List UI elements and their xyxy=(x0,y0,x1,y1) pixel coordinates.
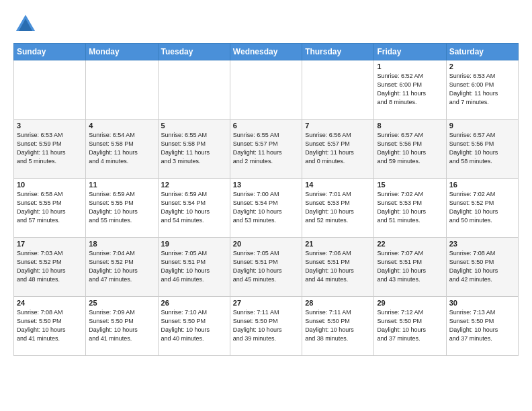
logo xyxy=(13,12,40,36)
day-info: Sunrise: 7:08 AM Sunset: 5:50 PM Dayligh… xyxy=(17,308,83,343)
logo-icon xyxy=(13,12,38,36)
header-day-friday: Friday xyxy=(374,44,446,60)
header-row: SundayMondayTuesdayWednesdayThursdayFrid… xyxy=(14,44,519,60)
day-number: 7 xyxy=(305,122,371,130)
day-info: Sunrise: 7:10 AM Sunset: 5:50 PM Dayligh… xyxy=(161,308,227,343)
calendar-cell: 16Sunrise: 7:02 AM Sunset: 5:52 PM Dayli… xyxy=(446,179,518,238)
day-info: Sunrise: 6:59 AM Sunset: 5:54 PM Dayligh… xyxy=(161,190,227,225)
day-number: 26 xyxy=(161,299,227,307)
day-number: 3 xyxy=(17,122,83,130)
day-info: Sunrise: 7:03 AM Sunset: 5:52 PM Dayligh… xyxy=(17,249,83,284)
calendar-cell: 28Sunrise: 7:11 AM Sunset: 5:50 PM Dayli… xyxy=(302,297,374,356)
day-number: 11 xyxy=(89,181,154,189)
header-day-monday: Monday xyxy=(86,44,158,60)
calendar-cell: 26Sunrise: 7:10 AM Sunset: 5:50 PM Dayli… xyxy=(158,297,230,356)
week-row-2: 3Sunrise: 6:53 AM Sunset: 5:59 PM Daylig… xyxy=(14,120,519,179)
calendar-cell: 6Sunrise: 6:55 AM Sunset: 5:57 PM Daylig… xyxy=(230,120,302,179)
calendar-cell: 15Sunrise: 7:02 AM Sunset: 5:53 PM Dayli… xyxy=(374,179,446,238)
day-info: Sunrise: 7:02 AM Sunset: 5:52 PM Dayligh… xyxy=(449,190,515,225)
day-info: Sunrise: 7:09 AM Sunset: 5:50 PM Dayligh… xyxy=(89,308,154,343)
day-info: Sunrise: 7:11 AM Sunset: 5:50 PM Dayligh… xyxy=(233,308,299,343)
calendar-cell: 19Sunrise: 7:05 AM Sunset: 5:51 PM Dayli… xyxy=(158,238,230,297)
calendar-cell xyxy=(302,60,374,120)
calendar-cell xyxy=(158,60,230,120)
header-day-tuesday: Tuesday xyxy=(158,44,230,60)
day-number: 16 xyxy=(449,181,515,189)
day-info: Sunrise: 6:52 AM Sunset: 6:00 PM Dayligh… xyxy=(377,72,443,107)
calendar-cell: 1Sunrise: 6:52 AM Sunset: 6:00 PM Daylig… xyxy=(374,60,446,120)
calendar-cell: 14Sunrise: 7:01 AM Sunset: 5:53 PM Dayli… xyxy=(302,179,374,238)
calendar-cell: 2Sunrise: 6:53 AM Sunset: 6:00 PM Daylig… xyxy=(446,60,518,120)
header-day-thursday: Thursday xyxy=(302,44,374,60)
calendar-cell: 29Sunrise: 7:12 AM Sunset: 5:50 PM Dayli… xyxy=(374,297,446,356)
day-info: Sunrise: 7:01 AM Sunset: 5:53 PM Dayligh… xyxy=(305,190,371,225)
day-number: 28 xyxy=(305,299,371,307)
day-info: Sunrise: 6:56 AM Sunset: 5:57 PM Dayligh… xyxy=(305,131,371,166)
day-info: Sunrise: 6:59 AM Sunset: 5:55 PM Dayligh… xyxy=(89,190,154,225)
header-day-saturday: Saturday xyxy=(446,44,518,60)
day-info: Sunrise: 6:57 AM Sunset: 5:56 PM Dayligh… xyxy=(449,131,515,166)
calendar-cell: 10Sunrise: 6:58 AM Sunset: 5:55 PM Dayli… xyxy=(14,179,86,238)
day-number: 10 xyxy=(17,181,83,189)
calendar-cell: 11Sunrise: 6:59 AM Sunset: 5:55 PM Dayli… xyxy=(86,179,158,238)
day-info: Sunrise: 7:11 AM Sunset: 5:50 PM Dayligh… xyxy=(305,308,371,343)
week-row-4: 17Sunrise: 7:03 AM Sunset: 5:52 PM Dayli… xyxy=(14,238,519,297)
day-info: Sunrise: 7:12 AM Sunset: 5:50 PM Dayligh… xyxy=(377,308,443,343)
day-number: 22 xyxy=(377,240,443,248)
day-info: Sunrise: 7:08 AM Sunset: 5:50 PM Dayligh… xyxy=(449,249,515,284)
day-info: Sunrise: 7:00 AM Sunset: 5:54 PM Dayligh… xyxy=(233,190,299,225)
day-info: Sunrise: 6:58 AM Sunset: 5:55 PM Dayligh… xyxy=(17,190,83,225)
week-row-5: 24Sunrise: 7:08 AM Sunset: 5:50 PM Dayli… xyxy=(14,297,519,356)
day-info: Sunrise: 7:05 AM Sunset: 5:51 PM Dayligh… xyxy=(233,249,299,284)
day-number: 24 xyxy=(17,299,83,307)
calendar-cell: 5Sunrise: 6:55 AM Sunset: 5:58 PM Daylig… xyxy=(158,120,230,179)
day-number: 20 xyxy=(233,240,299,248)
calendar-cell: 3Sunrise: 6:53 AM Sunset: 5:59 PM Daylig… xyxy=(14,120,86,179)
day-number: 13 xyxy=(233,181,299,189)
calendar-cell: 13Sunrise: 7:00 AM Sunset: 5:54 PM Dayli… xyxy=(230,179,302,238)
day-number: 25 xyxy=(89,299,154,307)
day-number: 12 xyxy=(161,181,227,189)
day-info: Sunrise: 7:02 AM Sunset: 5:53 PM Dayligh… xyxy=(377,190,443,225)
day-info: Sunrise: 7:06 AM Sunset: 5:51 PM Dayligh… xyxy=(305,249,371,284)
calendar-cell: 25Sunrise: 7:09 AM Sunset: 5:50 PM Dayli… xyxy=(86,297,158,356)
calendar-cell: 4Sunrise: 6:54 AM Sunset: 5:58 PM Daylig… xyxy=(86,120,158,179)
day-info: Sunrise: 6:53 AM Sunset: 6:00 PM Dayligh… xyxy=(449,72,515,107)
calendar-cell: 12Sunrise: 6:59 AM Sunset: 5:54 PM Dayli… xyxy=(158,179,230,238)
day-number: 18 xyxy=(89,240,154,248)
calendar-cell: 9Sunrise: 6:57 AM Sunset: 5:56 PM Daylig… xyxy=(446,120,518,179)
header-day-sunday: Sunday xyxy=(14,44,86,60)
calendar-cell: 20Sunrise: 7:05 AM Sunset: 5:51 PM Dayli… xyxy=(230,238,302,297)
calendar-cell: 7Sunrise: 6:56 AM Sunset: 5:57 PM Daylig… xyxy=(302,120,374,179)
day-info: Sunrise: 7:04 AM Sunset: 5:52 PM Dayligh… xyxy=(89,249,154,284)
day-number: 23 xyxy=(449,240,515,248)
day-number: 1 xyxy=(377,62,443,71)
day-number: 2 xyxy=(449,62,515,71)
day-info: Sunrise: 6:57 AM Sunset: 5:56 PM Dayligh… xyxy=(377,131,443,166)
day-number: 9 xyxy=(449,122,515,130)
page: SundayMondayTuesdayWednesdayThursdayFrid… xyxy=(0,0,532,363)
calendar-cell xyxy=(230,60,302,120)
day-info: Sunrise: 7:13 AM Sunset: 5:50 PM Dayligh… xyxy=(449,308,515,343)
day-info: Sunrise: 6:55 AM Sunset: 5:58 PM Dayligh… xyxy=(161,131,227,166)
calendar-body: 1Sunrise: 6:52 AM Sunset: 6:00 PM Daylig… xyxy=(14,60,519,356)
calendar-cell: 17Sunrise: 7:03 AM Sunset: 5:52 PM Dayli… xyxy=(14,238,86,297)
day-number: 27 xyxy=(233,299,299,307)
day-number: 21 xyxy=(305,240,371,248)
day-info: Sunrise: 7:05 AM Sunset: 5:51 PM Dayligh… xyxy=(161,249,227,284)
day-number: 15 xyxy=(377,181,443,189)
day-number: 5 xyxy=(161,122,227,130)
day-number: 30 xyxy=(449,299,515,307)
day-info: Sunrise: 7:07 AM Sunset: 5:51 PM Dayligh… xyxy=(377,249,443,284)
day-info: Sunrise: 6:53 AM Sunset: 5:59 PM Dayligh… xyxy=(17,131,83,166)
day-number: 4 xyxy=(89,122,154,130)
day-number: 14 xyxy=(305,181,371,189)
calendar-cell: 23Sunrise: 7:08 AM Sunset: 5:50 PM Dayli… xyxy=(446,238,518,297)
day-info: Sunrise: 6:55 AM Sunset: 5:57 PM Dayligh… xyxy=(233,131,299,166)
calendar-cell: 24Sunrise: 7:08 AM Sunset: 5:50 PM Dayli… xyxy=(14,297,86,356)
calendar-cell: 21Sunrise: 7:06 AM Sunset: 5:51 PM Dayli… xyxy=(302,238,374,297)
header xyxy=(13,12,519,36)
calendar-cell: 8Sunrise: 6:57 AM Sunset: 5:56 PM Daylig… xyxy=(374,120,446,179)
calendar-cell: 18Sunrise: 7:04 AM Sunset: 5:52 PM Dayli… xyxy=(86,238,158,297)
day-number: 19 xyxy=(161,240,227,248)
